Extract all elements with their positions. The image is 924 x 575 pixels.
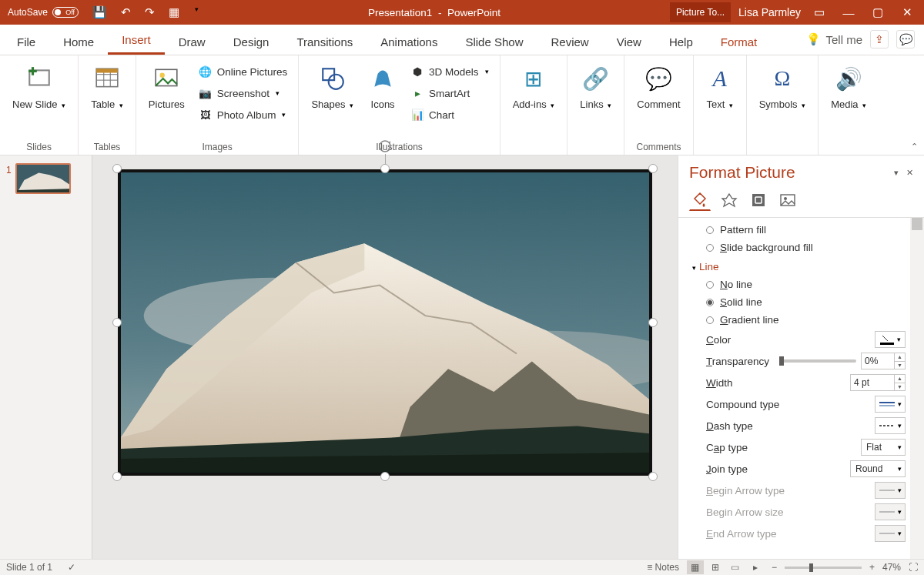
transparency-slider[interactable] [779,359,856,363]
picture-tab-icon[interactable] [777,189,798,211]
notes-button[interactable]: ≡ Notes [647,562,679,573]
pane-dropdown-icon[interactable]: ▾ [894,168,899,178]
fit-to-window-icon[interactable]: ⛶ [909,562,918,573]
slide-canvas[interactable] [92,155,678,559]
dash-type-picker[interactable]: ▾ [875,417,906,434]
addins-button[interactable]: ⊞ Add-ins ▾ [508,63,560,112]
pattern-fill-option[interactable]: Pattern fill [689,221,919,239]
slideshow-view-icon[interactable]: ▸ [747,560,764,574]
zoom-in-button[interactable]: + [869,562,875,573]
group-slides: Slides [8,139,70,155]
redo-icon[interactable]: ↷ [145,5,155,19]
tab-view[interactable]: View [603,29,655,55]
resize-handle-tl[interactable] [112,164,122,173]
tab-transitions[interactable]: Transitions [283,29,367,55]
line-section-header[interactable]: Line [689,256,919,276]
undo-icon[interactable]: ↶ [121,5,131,19]
new-slide-button[interactable]: New Slide ▾ [8,63,70,112]
ribbon: New Slide ▾ Slides Table ▾ Tables Pictur… [0,55,924,155]
chart-button[interactable]: 📊Chart [407,106,492,123]
tab-animations[interactable]: Animations [367,29,451,55]
tab-help[interactable]: Help [655,29,707,55]
photo-album-button[interactable]: 🖼Photo Album ▾ [196,106,291,123]
resize-handle-bl[interactable] [112,472,122,481]
line-color-picker[interactable]: ▾ [875,331,906,348]
ribbon-display-icon[interactable]: ▭ [808,5,830,19]
pane-scrollbar[interactable] [910,218,924,559]
svg-point-10 [160,73,165,78]
smartart-button[interactable]: ▸SmartArt [407,85,492,102]
inserted-picture[interactable] [118,169,652,476]
picture-tools-tab[interactable]: Picture To... [670,2,731,22]
tab-file[interactable]: File [3,29,49,55]
transparency-label: Transparency [706,356,775,367]
online-pictures-button[interactable]: 🌐Online Pictures [196,63,291,80]
compound-type-picker[interactable]: ▾ [875,396,906,413]
links-button[interactable]: 🔗 Links ▾ [575,63,616,112]
color-label: Color [706,334,870,346]
share-button[interactable]: ⇪ [870,30,889,48]
maximize-icon[interactable]: ▢ [867,5,889,19]
table-button[interactable]: Table ▾ [86,63,128,112]
transparency-input[interactable]: 0%▲▼ [861,353,906,369]
resize-handle-b[interactable] [380,472,390,481]
screenshot-button[interactable]: 📷Screenshot ▾ [196,85,291,102]
reading-view-icon[interactable]: ▭ [727,560,744,574]
resize-handle-r[interactable] [648,318,658,327]
autosave-toggle[interactable]: AutoSave Off [8,7,79,18]
tab-draw[interactable]: Draw [165,29,219,55]
comment-icon: 💬 [645,65,672,92]
titlebar: AutoSave Off 💾 ↶ ↷ ▦ ▾ Presentation1 - P… [0,0,924,25]
zoom-level[interactable]: 47% [882,562,901,573]
tab-home[interactable]: Home [49,29,108,55]
resize-handle-tr[interactable] [648,164,658,173]
sorter-view-icon[interactable]: ⊞ [707,560,724,574]
join-type-combo[interactable]: Round▾ [850,460,906,477]
zoom-out-button[interactable]: − [772,562,777,573]
size-tab-icon[interactable] [748,189,769,211]
solid-line-option[interactable]: Solid line [689,293,919,311]
comment-button[interactable]: 💬 Comment [632,63,685,112]
slide-thumbnail-1[interactable] [15,163,71,194]
effects-tab-icon[interactable] [718,189,740,211]
group-tables: Tables [86,139,128,155]
tab-format[interactable]: Format [707,29,772,55]
icons-icon [370,65,396,92]
tell-me-search[interactable]: 💡 Tell me [806,32,862,46]
icons-button[interactable]: Icons [364,63,401,112]
shapes-button[interactable]: Shapes ▾ [306,63,358,112]
resize-handle-br[interactable] [648,472,658,481]
media-button[interactable]: 🔊 Media ▾ [826,63,871,112]
rotation-handle[interactable] [377,139,393,154]
normal-view-icon[interactable]: ▦ [687,560,704,574]
save-icon[interactable]: 💾 [92,5,107,19]
text-button[interactable]: A Text ▾ [701,63,738,112]
tab-slideshow[interactable]: Slide Show [451,29,537,55]
slide-thumbnails: 1 [0,155,92,559]
symbols-button[interactable]: Ω Symbols ▾ [755,63,810,112]
pictures-button[interactable]: Pictures [144,63,189,112]
3d-models-button[interactable]: ⬢3D Models ▾ [407,63,492,80]
zoom-slider[interactable] [785,567,862,569]
user-name[interactable]: Lisa Parmley [738,6,801,18]
collapse-ribbon-icon[interactable]: ⌃ [911,142,918,152]
tab-design[interactable]: Design [219,29,283,55]
svg-point-12 [328,75,343,89]
tab-insert[interactable]: Insert [108,27,165,55]
cap-type-combo[interactable]: Flat▾ [861,439,906,456]
close-icon[interactable]: ✕ [896,5,918,19]
slideshow-icon[interactable]: ▦ [169,5,179,19]
resize-handle-t[interactable] [380,164,390,173]
width-input[interactable]: 4 pt▲▼ [850,374,906,391]
slide-bg-fill-option[interactable]: Slide background fill [689,239,919,256]
minimize-icon[interactable]: — [838,6,859,19]
pane-close-icon[interactable]: ✕ [906,168,913,178]
tab-review[interactable]: Review [537,29,602,55]
slide-indicator[interactable]: Slide 1 of 1 [6,562,52,573]
no-line-option[interactable]: No line [689,276,919,293]
gradient-line-option[interactable]: Gradient line [689,311,919,329]
comments-button[interactable]: 💬 [896,30,915,48]
spellcheck-icon[interactable]: ✓ [68,562,75,573]
resize-handle-l[interactable] [112,318,122,327]
fill-line-tab-icon[interactable] [689,189,711,211]
